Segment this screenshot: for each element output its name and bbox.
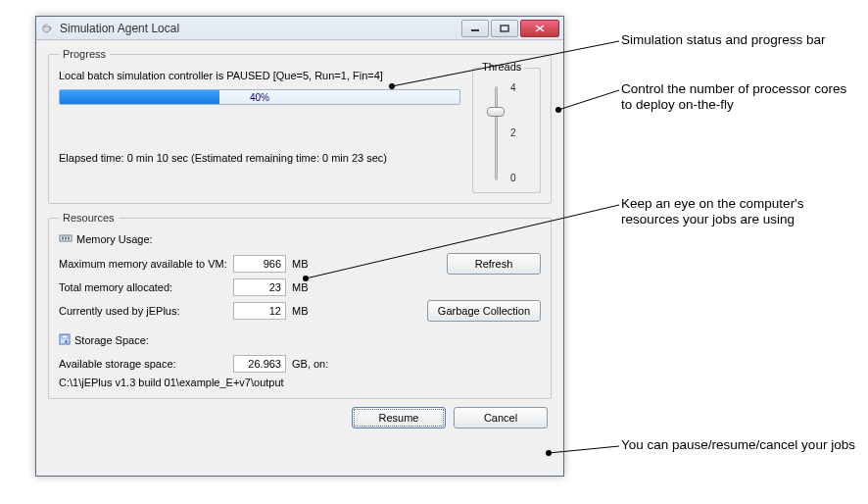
java-cup-icon [40, 22, 54, 35]
maximize-button[interactable] [491, 20, 518, 37]
svg-rect-7 [62, 335, 68, 338]
disk-icon [59, 333, 71, 347]
threads-tick-2: 2 [510, 127, 516, 138]
annotation-threads: Control the number of processor cores to… [621, 81, 856, 113]
progress-bar: 40% [59, 89, 460, 105]
svg-rect-4 [65, 237, 67, 240]
output-path: C:\1\jEPlus v1.3 build 01\example_E+v7\o… [59, 377, 541, 388]
titlebar[interactable]: Simulation Agent Local [36, 17, 563, 40]
max-vm-label: Maximum memory available to VM: [59, 258, 227, 270]
total-alloc-unit: MB [292, 281, 331, 293]
threads-group: Threads 4 2 0 [472, 68, 541, 193]
avail-storage-label: Available storage space: [59, 358, 227, 370]
close-button[interactable] [520, 20, 559, 37]
memory-chip-icon [59, 233, 72, 245]
storage-space-header: Storage Space: [74, 334, 149, 346]
svg-rect-5 [68, 237, 70, 240]
dialog-window: Simulation Agent Local Progress Local ba… [35, 16, 564, 477]
progress-legend: Progress [59, 48, 110, 60]
used-unit: MB [292, 305, 331, 317]
max-vm-value [233, 255, 286, 273]
threads-slider-track[interactable] [495, 86, 498, 180]
annotation-resources: Keep an eye on the computer's resources … [621, 196, 856, 227]
garbage-collection-button[interactable]: Garbage Collection [427, 300, 541, 322]
avail-storage-value [233, 355, 286, 373]
cancel-button[interactable]: Cancel [454, 407, 548, 428]
threads-legend: Threads [479, 61, 524, 73]
threads-tick-4: 4 [510, 82, 516, 93]
progress-group: Progress Local batch simulation controll… [48, 48, 552, 204]
elapsed-time-text: Elapsed time: 0 min 10 sec (Estimated re… [59, 152, 460, 164]
svg-rect-1 [501, 25, 508, 31]
resources-group: Resources Memory Usage: Maximum memory a… [48, 212, 552, 399]
total-alloc-value [233, 278, 286, 296]
total-alloc-label: Total memory allocated: [59, 281, 227, 293]
window-title: Simulation Agent Local [60, 22, 459, 35]
annotation-progress: Simulation status and progress bar [621, 32, 856, 48]
svg-rect-8 [66, 340, 68, 343]
minimize-button[interactable] [461, 20, 489, 37]
memory-usage-header: Memory Usage: [76, 233, 153, 245]
svg-line-12 [558, 90, 619, 110]
svg-rect-0 [471, 29, 479, 31]
status-text: Local batch simulation controller is PAU… [59, 70, 460, 81]
resume-button[interactable]: Resume [352, 407, 446, 428]
avail-storage-unit: GB, on: [292, 358, 351, 370]
used-label: Currently used by jEPlus: [59, 305, 227, 317]
annotation-footer: You can pause/resume/cancel your jobs [621, 437, 856, 453]
threads-slider-thumb[interactable] [487, 107, 505, 117]
threads-tick-0: 0 [510, 173, 516, 183]
resources-legend: Resources [59, 212, 119, 224]
svg-rect-3 [62, 237, 64, 240]
max-vm-unit: MB [292, 258, 331, 270]
refresh-button[interactable]: Refresh [447, 253, 541, 275]
progress-percent-label: 40% [60, 90, 459, 104]
used-value [233, 302, 286, 320]
